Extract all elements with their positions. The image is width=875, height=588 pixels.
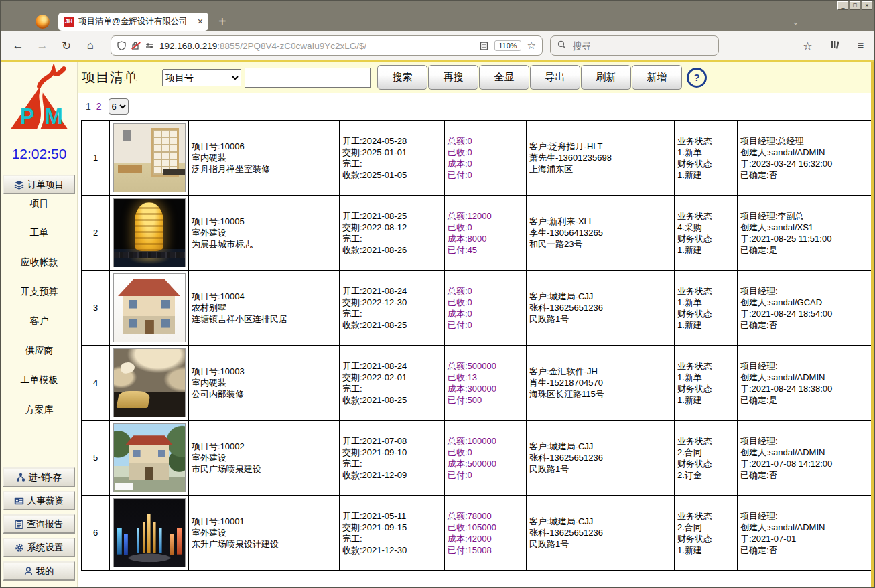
maximize-button[interactable]: □ (850, 1, 860, 10)
created-at: 于:2021-07-01 (740, 533, 868, 544)
project-photo[interactable] (113, 348, 186, 417)
svg-text:P: P (19, 104, 34, 129)
project-photo[interactable] (113, 123, 186, 192)
customer-name: 客户:城建局-CJJ (529, 441, 671, 452)
management-cell: 项目经理: 创建人:sandal/GCAD 于:2021-08-24 18:54… (738, 271, 872, 346)
search-again-button[interactable]: 再搜 (428, 65, 478, 90)
refresh-button[interactable]: 刷新 (581, 65, 631, 90)
table-row[interactable]: 4 项目号:10003 室内硬装 公司内部装修 开工:2021-08-24 交期… (82, 346, 872, 421)
sidebar-item-projects[interactable]: 项目 (1, 198, 77, 210)
finish-date: 完工: (342, 308, 442, 319)
bookmarks-star-icon[interactable]: ☆ (803, 40, 812, 52)
back-button[interactable]: ← (11, 39, 25, 52)
management-cell: 项目经理:总经理 创建人:sandal/ADMIN 于:2023-03-24 1… (738, 121, 872, 196)
tab-list-chevron-icon[interactable]: ⌄ (792, 17, 799, 27)
reload-button[interactable]: ↻ (60, 39, 73, 53)
insecure-lock-icon[interactable] (131, 41, 140, 50)
minimize-button[interactable]: _ (837, 1, 848, 10)
page-size-select[interactable]: 6 (109, 98, 129, 115)
sidebar-button-system-settings[interactable]: 系统设置 (3, 538, 75, 557)
window-titlebar: _ □ × (1, 1, 874, 11)
creator: 创建人:sandal/ADMIN (740, 372, 868, 383)
forward-button[interactable]: → (36, 39, 49, 52)
firefox-logo-icon (36, 15, 50, 29)
start-date: 开工:2021-07-08 (342, 435, 442, 447)
search-field-select[interactable]: 项目号 (162, 69, 241, 86)
project-photo[interactable] (113, 198, 186, 267)
finish-date: 完工: (342, 233, 442, 244)
new-tab-button[interactable]: + (218, 15, 226, 28)
amounts-cell: 总额:0 已收:0 成本:0 已付:0 (445, 271, 527, 346)
search-button[interactable]: 搜索 (377, 65, 427, 90)
permissions-icon[interactable] (145, 42, 154, 50)
reader-mode-icon[interactable] (480, 42, 488, 50)
project-number: 项目号:10006 (192, 141, 336, 152)
received-amount: 已收:0 (448, 297, 523, 308)
due-date: 交期:2021-09-15 (342, 522, 442, 533)
project-desc: 为展县城市标志 (192, 238, 336, 250)
browser-search-bar[interactable] (550, 35, 719, 56)
received-amount: 已收:105000 (448, 522, 523, 533)
url-bar[interactable]: 192.168.0.219:8855/2PQ8V4-zC0cwaIu9Yc2xL… (111, 35, 543, 56)
sidebar-item-workorders[interactable]: 工单 (1, 227, 77, 239)
creator: 创建人:sandal/XS1 (740, 222, 868, 233)
sidebar-item-plan-library[interactable]: 方案库 (1, 404, 77, 416)
finish-date: 完工: (342, 158, 442, 169)
export-button[interactable]: 导出 (530, 65, 580, 90)
project-number: 项目号:10001 (192, 516, 336, 527)
sidebar-item-suppliers[interactable]: 供应商 (1, 345, 77, 357)
browser-search-input[interactable] (571, 40, 688, 52)
sidebar-button-order-projects[interactable]: 订单项目 (3, 175, 75, 194)
close-window-button[interactable]: × (862, 1, 872, 10)
table-row[interactable]: 2 项目号:10005 室外建设 为展县城市标志 开工:2021-08-25 交… (82, 196, 872, 271)
browser-tab[interactable]: JH 项目清单@金辉设计有限公司 × (58, 13, 208, 31)
customer-address: 民政路1号 (529, 463, 671, 475)
search-input[interactable] (245, 68, 371, 88)
show-all-button[interactable]: 全显 (479, 65, 529, 90)
project-photo[interactable] (113, 498, 186, 567)
tab-close-icon[interactable]: × (198, 17, 203, 26)
table-row[interactable]: 6 项目号:10001 室外建设 东升广场喷泉设计建设 开工:2021-05-1… (82, 496, 872, 571)
library-icon[interactable] (830, 40, 840, 52)
sidebar-item-customers[interactable]: 客户 (1, 315, 77, 327)
customer-name: 客户:新利来-XLL (529, 216, 671, 227)
home-button[interactable]: ⌂ (84, 39, 97, 52)
sidebar-item-receivables[interactable]: 应收帐款 (1, 256, 77, 269)
payment-date: 收款:2021-08-25 (342, 394, 442, 406)
shield-icon[interactable] (117, 41, 126, 50)
finance-status-value: 1.新建 (677, 544, 734, 556)
sidebar-item-wo-templates[interactable]: 工单模板 (1, 374, 77, 386)
sidebar-button-hr-payroll[interactable]: 人事薪资 (3, 491, 75, 510)
business-status-value: 1.新单 (677, 372, 734, 383)
creator: 创建人:sandal/GCAD (740, 297, 868, 308)
add-new-button[interactable]: 新增 (632, 65, 682, 90)
page-link-1[interactable]: 1 (86, 101, 91, 112)
finance-status-label: 财务状态 (677, 233, 734, 244)
management-cell: 项目经理: 创建人:sandal/ADMIN 于:2021-07-08 14:1… (738, 421, 872, 496)
sidebar-button-my-account[interactable]: 我的 (3, 561, 75, 581)
project-photo[interactable] (113, 273, 186, 342)
business-status-value: 2.合同 (677, 522, 734, 533)
created-at: 于:2023-03-24 16:32:00 (740, 158, 868, 169)
sidebar-item-budget[interactable]: 开支预算 (1, 286, 77, 298)
page-link-2[interactable]: 2 (96, 101, 102, 112)
table-row[interactable]: 1 项目号:10006 室内硬装 泛舟指月禅坐室装修 开工:2024-05-28… (82, 121, 872, 196)
help-icon[interactable]: ? (687, 68, 707, 88)
cost-amount: 成本:8000 (448, 233, 523, 244)
due-date: 交期:2025-01-01 (342, 147, 442, 158)
table-row[interactable]: 3 项目号:10004 农村别墅 连塘镇吉祥小区连排民居 开工:2021-08-… (82, 271, 872, 346)
zoom-level-button[interactable]: 110% (494, 40, 521, 51)
pagination-row: 1 2 6 (78, 93, 871, 120)
bookmark-star-icon[interactable]: ☆ (527, 40, 536, 52)
table-row[interactable]: 5 项目号:10002 室外建设 市民广场喷泉建设 开工:2021-07-08 … (82, 421, 872, 496)
confirmed-flag: 已确定:否 (740, 469, 868, 481)
due-date: 交期:2022-12-30 (342, 297, 442, 308)
projects-table: 1 项目号:10006 室内硬装 泛舟指月禅坐室装修 开工:2024-05-28… (81, 120, 872, 571)
project-photo[interactable] (113, 423, 186, 492)
project-info-cell: 项目号:10002 室外建设 市民广场喷泉建设 (189, 421, 340, 496)
sidebar-button-query-reports[interactable]: 查询报告 (3, 514, 75, 534)
project-type: 农村别墅 (192, 302, 336, 313)
menu-hamburger-icon[interactable]: ≡ (858, 40, 864, 52)
sidebar-button-inventory[interactable]: 进-销-存 (3, 467, 75, 487)
project-type: 室外建设 (192, 452, 336, 463)
